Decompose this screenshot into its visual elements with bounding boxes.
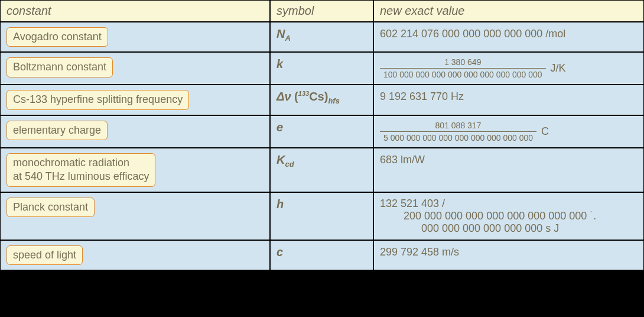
fraction: 1 380 649 100 000 000 000 000 000 000 00… [380,57,546,79]
symbol-cs133: Δν (133Cs)hfs [277,90,340,105]
table-row-value: 683 lm/W [373,148,644,192]
table-row-symbol: NA [270,22,373,52]
table-row-symbol: k [270,52,373,85]
symbol-boltzmann: k [277,57,283,71]
table-row-constant: Cs-133 hyperfine splitting frequency [0,85,270,115]
table-row-value: 801 088 317 5 000 000 000 000 000 000 00… [373,115,644,148]
constant-pill: Cs-133 hyperfine splitting frequency [6,90,189,109]
symbol-charge: e [277,121,283,134]
value-cs133: 9 192 631 770 Hz [380,90,464,103]
header-value: new exact value [373,0,644,22]
symbol-kcd: Kcd [277,153,294,169]
symbol-planck: h [277,198,284,211]
constant-pill: Planck constant [6,198,95,217]
constant-pill: monochromatic radiation at 540 THz lumin… [6,153,155,187]
value-kcd: 683 lm/W [380,153,425,167]
constant-pill: speed of light [6,245,83,265]
table-row-symbol: Kcd [270,148,373,192]
value-light: 299 792 458 m/s [380,245,459,259]
table-row-constant: Boltzmann constant [0,52,270,85]
unit: C [541,125,549,138]
table-row-value: 602 214 076 000 000 000 000 000 /mol [373,22,644,52]
table-row-constant: elementary charge [0,115,270,148]
value-avogadro: 602 214 076 000 000 000 000 000 /mol [380,27,565,41]
fraction: 801 088 317 5 000 000 000 000 000 000 00… [380,121,536,143]
constants-table: constant symbol new exact value Avogadro… [0,0,644,270]
symbol-avogadro: NA [277,27,291,43]
unit: J/K [551,62,566,75]
table-row-symbol: h [270,192,373,240]
table-row-value: 9 192 631 770 Hz [373,85,644,115]
constant-pill: Avogadro constant [6,27,108,47]
table-row-symbol: c [270,240,373,270]
table-row-constant: monochromatic radiation at 540 THz lumin… [0,148,270,192]
table-row-symbol: Δν (133Cs)hfs [270,85,373,115]
table-row-symbol: e [270,115,373,148]
table-row-value: 132 521 403 / 200 000 000 000 000 000 00… [373,192,644,240]
table-row-constant: Planck constant [0,192,270,240]
constant-pill: elementary charge [6,121,108,140]
symbol-light: c [277,245,283,259]
value-planck: 132 521 403 / 200 000 000 000 000 000 00… [380,198,596,235]
table-row-constant: Avogadro constant [0,22,270,52]
constant-pill: Boltzmann constant [6,57,113,77]
table-row-value: 299 792 458 m/s [373,240,644,270]
header-symbol: symbol [270,0,373,22]
table-row-value: 1 380 649 100 000 000 000 000 000 000 00… [373,52,644,85]
table-row-constant: speed of light [0,240,270,270]
header-constant: constant [0,0,270,22]
